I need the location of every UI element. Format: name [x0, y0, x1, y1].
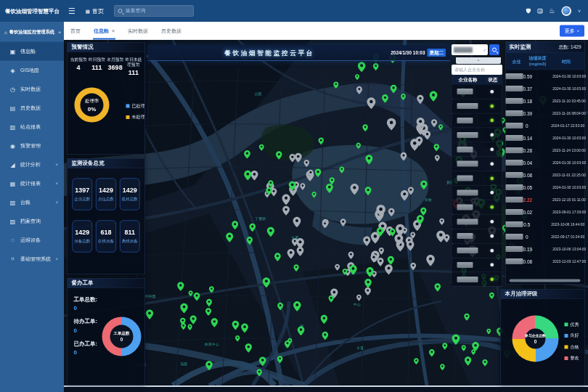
- sidebar-item-3[interactable]: ▤历史数据: [0, 99, 64, 118]
- map-place-label: 体育中心: [205, 341, 219, 346]
- tab-1[interactable]: 信息舱×: [87, 22, 121, 40]
- close-icon[interactable]: ×: [112, 28, 115, 33]
- realtime-row[interactable]: 0.022023-09-01 17:39:00: [506, 206, 585, 219]
- map-place-label: 大厦: [291, 235, 298, 240]
- enterprise-list-collapse[interactable]: ^: [456, 57, 501, 64]
- enterprise-row[interactable]: [452, 157, 502, 171]
- enterprise-list: 企业名称 状态: [452, 75, 502, 287]
- devices-panel: 监测设备总览 1397企业总数1429点位总数1429机组总数1429设备总数6…: [67, 158, 145, 274]
- sidebar-item-10[interactable]: ◌运维设备: [0, 231, 64, 250]
- chevron-down-icon[interactable]: ˅: [578, 8, 581, 14]
- alarm-stat-0: 当前预警4: [70, 57, 88, 77]
- sidebar-item-6[interactable]: ◢统计分析˅: [0, 155, 64, 174]
- avatar[interactable]: [561, 6, 571, 16]
- grid-icon: ▦: [86, 8, 90, 14]
- realtime-header-concentration: 油烟浓度(mg/m3): [528, 56, 548, 68]
- tab-2[interactable]: 实时数据: [121, 22, 155, 40]
- hamburger-icon[interactable]: ☰: [68, 7, 75, 16]
- realtime-row[interactable]: 0.082023-12-03 12:47:00: [506, 256, 585, 268]
- realtime-row[interactable]: 0.192023-10-06 13:04:00: [506, 243, 585, 256]
- chevron-icon: ˅: [55, 200, 58, 205]
- realtime-row[interactable]: 02022-09-17 01:34:00: [506, 231, 585, 243]
- workorder-donut: 工单总数 0: [102, 317, 142, 356]
- realtime-row[interactable]: 0.042024-01-30 10:03:00: [506, 157, 585, 169]
- rating-panel: 本月治理评级 参与企业总数 0 优秀良好合格整改: [500, 289, 585, 385]
- realtime-row[interactable]: 0.52023-10-06 16:44:00: [506, 219, 585, 231]
- realtime-panel: 实时监测 总数: 1429 企业 油烟浓度(mg/m3) 时间 0.592024…: [505, 41, 585, 285]
- sidebar-item-11[interactable]: ⌗基础管理系统˅: [0, 250, 64, 269]
- map-place-label: 环科园: [144, 294, 155, 299]
- enterprise-row[interactable]: [452, 258, 502, 272]
- fullscreen-icon[interactable]: [537, 9, 542, 14]
- enterprise-row[interactable]: [452, 272, 502, 287]
- sidebar-item-5[interactable]: ◉预警管理: [0, 136, 64, 155]
- rating-panel-title: 本月治理评级: [501, 290, 585, 299]
- enterprise-row[interactable]: [452, 142, 502, 157]
- realtime-header-time: 时间: [548, 58, 585, 65]
- enterprise-name-input[interactable]: 请输入企业名称: [452, 65, 502, 75]
- realtime-row[interactable]: 0.052024-01-30 10:03:00: [506, 181, 585, 194]
- realtime-row[interactable]: 0.142024-01-30 10:03:00: [506, 132, 585, 144]
- device-stat-box-3: 1429设备总数: [73, 221, 93, 253]
- sidebar-item-1[interactable]: ◈GIS地图: [0, 61, 64, 80]
- more-button[interactable]: 更多 ˅: [560, 25, 584, 36]
- theme-icon[interactable]: [526, 8, 531, 14]
- topbar-home[interactable]: ▦ 首页: [86, 7, 104, 15]
- analysis-icon: ◢: [9, 161, 16, 168]
- dashboard-datetime: 2024/1/30 10:03 星期二: [391, 49, 450, 57]
- sidebar-item-2[interactable]: ◷实时数据: [0, 80, 64, 99]
- chevron-icon: ˅: [55, 162, 58, 167]
- topbar: 餐饮油烟管理智慧平台 ☰ ▦ 首页 菜单查询 ♨ ˅: [0, 0, 588, 22]
- realtime-row[interactable]: 0.282023-11-24 13:00:00: [506, 144, 585, 157]
- sidebar-item-7[interactable]: ▦统计报表˅: [0, 174, 64, 193]
- map-place-label: 学校: [425, 197, 432, 203]
- map-place-label: 大道: [356, 346, 364, 351]
- enterprise-row[interactable]: [452, 200, 502, 215]
- notification-icon[interactable]: ♨: [549, 7, 555, 15]
- enterprise-row[interactable]: [452, 85, 502, 99]
- table-icon: ▦: [9, 180, 16, 187]
- enterprise-list-header-status: 状态: [484, 77, 502, 83]
- tab-0[interactable]: 首页: [64, 22, 87, 40]
- realtime-total: 总数: 1429: [558, 44, 581, 50]
- enterprise-row[interactable]: [452, 113, 502, 128]
- sidebar: ⌂ 餐饮油烟监控管理系统 ^ ▣信息舱◈GIS地图◷实时数据▤历史数据▥站点报表…: [0, 22, 64, 392]
- realtime-row[interactable]: 0.082023-11-01 22:25:00: [506, 169, 585, 181]
- realtime-row[interactable]: 0.592024-01-30 10:03:00: [506, 70, 585, 83]
- report-icon: ▥: [9, 123, 16, 131]
- sidebar-item-4[interactable]: ▥站点报表: [0, 118, 64, 136]
- sidebar-item-8[interactable]: ▧台账˅: [0, 193, 64, 212]
- enterprise-row[interactable]: [452, 171, 502, 186]
- sidebar-item-0[interactable]: ▣信息舱: [0, 42, 64, 61]
- enterprise-select[interactable]: v: [452, 44, 488, 55]
- chevron-icon: ˅: [55, 256, 58, 261]
- tab-3[interactable]: 历史数据: [155, 22, 188, 40]
- enterprise-search-button[interactable]: [489, 44, 499, 55]
- search-icon: [118, 9, 123, 13]
- realtime-row[interactable]: 02024-01-17 22:53:00: [506, 120, 585, 132]
- alarm-process-donut: 处理率 0%: [75, 88, 110, 123]
- enterprise-row[interactable]: [452, 99, 502, 113]
- bottom-strip: [64, 387, 588, 392]
- enterprise-row[interactable]: [452, 215, 502, 229]
- horizontal-scrollbar[interactable]: [510, 279, 581, 282]
- enterprise-row[interactable]: [452, 128, 502, 142]
- legend-item: 未处理: [126, 114, 145, 121]
- enterprise-row[interactable]: [452, 229, 502, 243]
- realtime-row[interactable]: 0.182023-11-10 03:45:00: [506, 95, 585, 107]
- workorder-panel: 督办工单 工单总数:0待办工单:0已办工单:0 工单总数 0: [67, 278, 145, 385]
- sidebar-section-header[interactable]: ⌂ 餐饮油烟监控管理系统 ^: [0, 22, 64, 42]
- menu-search-input[interactable]: 菜单查询: [114, 5, 194, 17]
- workorder-stat-0: 工单总数:0: [74, 296, 98, 312]
- realtime-row[interactable]: 2.222023-12-15 01:11:00: [506, 194, 585, 206]
- realtime-header-enterprise: 企业: [506, 58, 528, 65]
- chevron-icon: ˅: [55, 181, 58, 186]
- sidebar-item-9[interactable]: ▨档案查询: [0, 212, 64, 231]
- enterprise-row[interactable]: [452, 243, 502, 258]
- realtime-row[interactable]: 0.372024-01-30 10:03:00: [506, 83, 585, 95]
- workorder-stat-2: 已办工单:0: [74, 340, 98, 356]
- app-logo: 餐饮油烟管理智慧平台: [0, 7, 64, 15]
- system-icon: ⌗: [9, 256, 16, 262]
- realtime-row[interactable]: 0.392023-11-16 08:04:00: [506, 107, 585, 120]
- enterprise-row[interactable]: [452, 186, 502, 200]
